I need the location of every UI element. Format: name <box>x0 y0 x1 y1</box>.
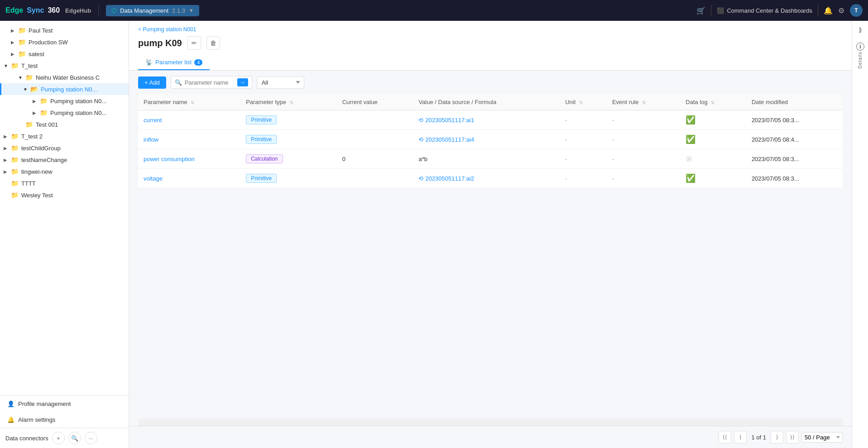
col-event-rule: Event rule ⇅ <box>607 94 680 110</box>
sidebar-item-tingwei-new[interactable]: ▶ 📁 tingwei-new <box>0 166 129 177</box>
toggle-icon: ▶ <box>4 157 11 162</box>
param-name-link[interactable]: current <box>144 117 162 124</box>
data-source-link[interactable]: ⟲ 202305051117:ai1 <box>418 117 554 124</box>
current-value-cell <box>337 169 413 188</box>
sidebar-item-label: Production SW <box>29 39 68 46</box>
connector-search-btn[interactable]: 🔍 <box>68 432 81 444</box>
data-source-link[interactable]: ⟲ 202305051117:ai4 <box>418 136 554 143</box>
edit-button[interactable]: ✏ <box>187 36 201 50</box>
sidebar-item-pumping-2[interactable]: ▶ 📁 Pumping station N0... <box>0 95 129 107</box>
details-button[interactable]: ℹ Details <box>854 41 866 71</box>
toggle-icon: ▼ <box>18 75 25 80</box>
col-current-value: Current value <box>337 94 413 110</box>
toggle-icon: ▶ <box>33 99 40 104</box>
profile-management-item[interactable]: 👤 Profile management <box>0 396 129 412</box>
sidebar-item-wesley-test[interactable]: · 📁 Wesley Test <box>0 189 129 201</box>
breadcrumb[interactable]: Pumping station N001 <box>138 26 843 33</box>
details-label: Details <box>858 52 863 69</box>
date-modified-cell: 2023/07/05 08:4... <box>746 130 843 149</box>
profile-icon: 👤 <box>7 400 14 407</box>
sidebar: ▶ 📁 Paul Test ▶ 📁 Production SW ▶ 📁 sate… <box>0 21 129 448</box>
sidebar-item-neihu-water[interactable]: ▼ 📁 Neihu Water Business C <box>0 71 129 83</box>
user-avatar[interactable]: T <box>850 4 863 17</box>
type-badge: Primitive <box>246 135 277 144</box>
toggle-icon: ▼ <box>23 87 30 92</box>
first-page-button[interactable]: ⟨⟨ <box>719 431 731 443</box>
col-parameter-name: Parameter name ⇅ <box>138 94 240 110</box>
navbar: EdgeSync 360 EdgeHub ⬡ Data Management 2… <box>0 0 868 21</box>
data-connectors-item[interactable]: Data connectors + 🔍 ··· <box>0 428 129 448</box>
info-icon: ℹ <box>856 43 864 51</box>
param-name-link[interactable]: power consumption <box>144 156 195 162</box>
toggle-icon: ▶ <box>4 146 11 151</box>
table-row: current Primitive ⟲ 202305051117:ai1 - -… <box>138 110 843 130</box>
folder-icon: 📁 <box>11 144 19 152</box>
horizontal-scrollbar[interactable] <box>138 419 843 426</box>
sidebar-item-paul-test[interactable]: ▶ 📁 Paul Test <box>0 24 129 36</box>
sidebar-item-t-test[interactable]: ▼ 📁 T_test <box>0 60 129 71</box>
search-input[interactable] <box>185 79 235 86</box>
toggle-icon: ▶ <box>4 169 11 174</box>
current-value-cell: 0 <box>337 149 413 169</box>
table-row: power consumption Calculation 0 a*b - - … <box>138 149 843 169</box>
sidebar-item-label: Paul Test <box>29 27 53 34</box>
data-connectors-label: Data connectors <box>5 435 48 442</box>
page-info: 1 of 1 <box>749 434 768 441</box>
settings-icon[interactable]: ⚙ <box>838 6 844 15</box>
connector-add-btn[interactable]: + <box>52 432 65 444</box>
filter-select[interactable]: All Primitive Calculation <box>257 76 304 89</box>
sidebar-item-label: T_test 2 <box>21 133 43 140</box>
navbar-right: 🛒 ⬛ Command Center & Dashboards 🔔 ⚙ T <box>696 4 863 17</box>
param-name-link[interactable]: voltage <box>144 175 163 182</box>
folder-icon: 📁 <box>11 191 19 199</box>
collapse-panel-button[interactable]: ⟫ <box>857 24 864 35</box>
command-center-link[interactable]: ⬛ Command Center & Dashboards <box>717 7 812 14</box>
module-selector[interactable]: ⬡ Data Management 2.1.3 ▼ <box>106 5 199 16</box>
data-source-link[interactable]: ⟲ 202305051117:ai2 <box>418 175 554 182</box>
toggle-icon: · <box>4 181 11 186</box>
sidebar-item-production-sw[interactable]: ▶ 📁 Production SW <box>0 36 129 48</box>
sidebar-item-pumping-3[interactable]: ▶ 📁 Pumping station N0... <box>0 107 129 119</box>
next-page-button[interactable]: ⟩ <box>771 431 783 443</box>
col-value-source: Value / Data source / Formula <box>413 94 560 110</box>
folder-icon: 📁 <box>40 109 48 116</box>
sidebar-item-testchildgroup[interactable]: ▶ 📁 testChildGroup <box>0 142 129 154</box>
module-name: Data Management <box>120 7 168 14</box>
table-row: inflow Primitive ⟲ 202305051117:ai4 - - … <box>138 130 843 149</box>
per-page-select[interactable]: 10 / Page 20 / Page 50 / Page 100 / Page <box>801 432 843 443</box>
type-badge: Primitive <box>246 115 277 124</box>
sidebar-item-tttt[interactable]: · 📁 TTTT <box>0 177 129 189</box>
data-source-value: 202305051117:ai1 <box>425 117 474 124</box>
sidebar-item-label: Pumping station N0... <box>50 98 106 105</box>
sidebar-item-label: testChildGroup <box>21 145 61 152</box>
prev-page-button[interactable]: ⟨ <box>734 431 747 443</box>
add-button[interactable]: + Add <box>138 76 166 89</box>
sidebar-item-test001[interactable]: 📁 Test 001 <box>0 119 129 130</box>
cart-icon[interactable]: 🛒 <box>696 6 705 15</box>
event-rule-cell: - <box>607 149 680 169</box>
notification-icon[interactable]: 🔔 <box>824 6 833 15</box>
sidebar-item-testnamechange[interactable]: ▶ 📁 testNameChange <box>0 154 129 166</box>
last-page-button[interactable]: ⟩⟩ <box>786 431 799 443</box>
brand-edge: Edge <box>5 6 23 14</box>
alarm-settings-item[interactable]: 🔔 Alarm settings <box>0 412 129 428</box>
collapse-icon: ⟫ <box>858 26 862 33</box>
sidebar-item-t-test-2[interactable]: ▶ 📁 T_test 2 <box>0 130 129 142</box>
sidebar-item-satest[interactable]: ▶ 📁 satest <box>0 48 129 60</box>
folder-icon: 📁 <box>40 97 48 105</box>
sidebar-item-pumping-active[interactable]: ▼ 📂 Pumping station N0... <box>0 83 129 95</box>
search-submit-button[interactable]: → <box>237 78 248 86</box>
profile-management-label: Profile management <box>18 400 71 407</box>
edgehub-label: EdgeHub <box>65 7 91 14</box>
toggle-icon: ▶ <box>11 28 18 33</box>
type-badge: Primitive <box>246 174 277 183</box>
tab-parameter-list[interactable]: 📡 Parameter list 4 <box>138 55 210 70</box>
sidebar-item-label: Pumping station N0... <box>50 110 106 116</box>
connector-more-btn[interactable]: ··· <box>85 432 97 444</box>
data-source-value: 202305051117:ai2 <box>425 175 474 182</box>
delete-button[interactable]: 🗑 <box>206 36 220 50</box>
table-header: Parameter name ⇅ Parameter type ⇅ Curren… <box>138 94 843 110</box>
date-modified-cell: 2023/07/05 08:3... <box>746 149 843 169</box>
folder-icon: 📂 <box>30 86 38 93</box>
param-name-link[interactable]: inflow <box>144 136 158 143</box>
